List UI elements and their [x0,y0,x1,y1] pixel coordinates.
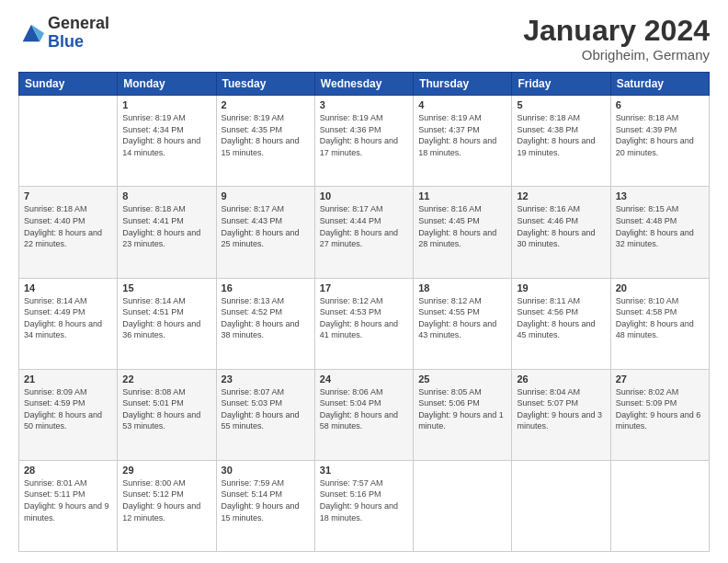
day-info: Sunrise: 8:08 AMSunset: 5:01 PMDaylight:… [122,386,210,432]
day-info: Sunrise: 8:18 AMSunset: 4:38 PMDaylight:… [517,112,605,158]
header-friday: Friday [512,73,610,96]
day-info: Sunrise: 8:13 AMSunset: 4:52 PMDaylight:… [222,295,310,341]
day-number: 11 [418,190,506,201]
day-number: 1 [122,99,210,110]
table-row: 18Sunrise: 8:12 AMSunset: 4:55 PMDayligh… [414,278,512,369]
table-row: 12Sunrise: 8:16 AMSunset: 4:46 PMDayligh… [512,187,610,278]
header-sunday: Sunday [19,73,118,96]
table-row [610,460,709,551]
location: Obrigheim, Germany [523,47,710,63]
day-info: Sunrise: 8:05 AMSunset: 5:06 PMDaylight:… [418,386,506,432]
logo-general-text: General [48,15,109,33]
day-info: Sunrise: 8:14 AMSunset: 4:51 PMDaylight:… [122,295,210,341]
table-row: 11Sunrise: 8:16 AMSunset: 4:45 PMDayligh… [414,187,512,278]
day-number: 20 [616,282,704,293]
day-number: 21 [24,373,112,385]
week-row-5: 28Sunrise: 8:01 AMSunset: 5:11 PMDayligh… [19,460,710,551]
table-row: 2Sunrise: 8:19 AMSunset: 4:35 PMDaylight… [216,96,314,187]
day-info: Sunrise: 8:18 AMSunset: 4:40 PMDaylight:… [24,203,112,249]
day-info: Sunrise: 8:12 AMSunset: 4:55 PMDaylight:… [418,295,506,341]
table-row: 22Sunrise: 8:08 AMSunset: 5:01 PMDayligh… [118,369,216,460]
day-number: 18 [418,282,506,293]
title-block: January 2024 Obrigheim, Germany [523,15,710,63]
table-row: 27Sunrise: 8:02 AMSunset: 5:09 PMDayligh… [610,369,709,460]
table-row: 29Sunrise: 8:00 AMSunset: 5:12 PMDayligh… [118,460,216,551]
day-number: 24 [320,373,408,385]
day-number: 23 [222,373,310,385]
day-number: 27 [616,373,704,385]
table-row [19,96,118,187]
table-row: 25Sunrise: 8:05 AMSunset: 5:06 PMDayligh… [414,369,512,460]
day-info: Sunrise: 8:04 AMSunset: 5:07 PMDaylight:… [517,386,605,432]
day-number: 14 [24,282,112,293]
table-row: 5Sunrise: 8:18 AMSunset: 4:38 PMDaylight… [512,96,610,187]
day-number: 22 [122,373,210,385]
day-info: Sunrise: 8:19 AMSunset: 4:37 PMDaylight:… [418,112,506,158]
logo: General Blue [18,15,109,52]
day-number: 17 [320,282,408,293]
table-row: 16Sunrise: 8:13 AMSunset: 4:52 PMDayligh… [216,278,314,369]
header-wednesday: Wednesday [314,73,413,96]
table-row: 14Sunrise: 8:14 AMSunset: 4:49 PMDayligh… [19,278,118,369]
table-row: 13Sunrise: 8:15 AMSunset: 4:48 PMDayligh… [610,187,709,278]
day-number: 28 [24,465,112,476]
day-info: Sunrise: 8:09 AMSunset: 4:59 PMDaylight:… [24,386,112,432]
calendar-page: General Blue January 2024 Obrigheim, Ger… [0,0,728,563]
header: General Blue January 2024 Obrigheim, Ger… [18,15,710,63]
day-info: Sunrise: 8:02 AMSunset: 5:09 PMDaylight:… [616,386,704,432]
day-info: Sunrise: 8:19 AMSunset: 4:35 PMDaylight:… [222,112,310,158]
table-row: 3Sunrise: 8:19 AMSunset: 4:36 PMDaylight… [314,96,413,187]
header-tuesday: Tuesday [216,73,314,96]
header-monday: Monday [118,73,216,96]
day-info: Sunrise: 8:10 AMSunset: 4:58 PMDaylight:… [616,295,704,341]
day-number: 19 [517,282,605,293]
day-number: 29 [122,465,210,476]
table-row: 30Sunrise: 7:59 AMSunset: 5:14 PMDayligh… [216,460,314,551]
table-row [414,460,512,551]
day-number: 12 [517,190,605,201]
table-row: 28Sunrise: 8:01 AMSunset: 5:11 PMDayligh… [19,460,118,551]
day-info: Sunrise: 8:00 AMSunset: 5:12 PMDaylight:… [122,477,210,523]
day-number: 10 [320,190,408,201]
logo-text: General Blue [48,15,109,52]
month-title: January 2024 [523,15,710,47]
day-info: Sunrise: 8:16 AMSunset: 4:46 PMDaylight:… [517,203,605,249]
day-info: Sunrise: 8:18 AMSunset: 4:41 PMDaylight:… [122,203,210,249]
day-number: 26 [517,373,605,385]
day-info: Sunrise: 8:11 AMSunset: 4:56 PMDaylight:… [517,295,605,341]
logo-icon [18,20,44,46]
week-row-3: 14Sunrise: 8:14 AMSunset: 4:49 PMDayligh… [19,278,710,369]
day-info: Sunrise: 8:17 AMSunset: 4:44 PMDaylight:… [320,203,408,249]
table-row: 20Sunrise: 8:10 AMSunset: 4:58 PMDayligh… [610,278,709,369]
header-saturday: Saturday [610,73,709,96]
table-row: 15Sunrise: 8:14 AMSunset: 4:51 PMDayligh… [118,278,216,369]
table-row: 1Sunrise: 8:19 AMSunset: 4:34 PMDaylight… [118,96,216,187]
day-info: Sunrise: 8:06 AMSunset: 5:04 PMDaylight:… [320,386,408,432]
day-info: Sunrise: 8:16 AMSunset: 4:45 PMDaylight:… [418,203,506,249]
day-info: Sunrise: 8:01 AMSunset: 5:11 PMDaylight:… [24,477,112,523]
day-number: 13 [616,190,704,201]
day-number: 5 [517,99,605,110]
day-info: Sunrise: 8:19 AMSunset: 4:36 PMDaylight:… [320,112,408,158]
table-row: 4Sunrise: 8:19 AMSunset: 4:37 PMDaylight… [414,96,512,187]
table-row [512,460,610,551]
table-row: 31Sunrise: 7:57 AMSunset: 5:16 PMDayligh… [314,460,413,551]
day-number: 16 [222,282,310,293]
day-number: 15 [122,282,210,293]
day-info: Sunrise: 8:17 AMSunset: 4:43 PMDaylight:… [222,203,310,249]
day-number: 30 [222,465,310,476]
weekday-header-row: Sunday Monday Tuesday Wednesday Thursday… [19,73,710,96]
week-row-2: 7Sunrise: 8:18 AMSunset: 4:40 PMDaylight… [19,187,710,278]
calendar-table: Sunday Monday Tuesday Wednesday Thursday… [18,72,710,552]
day-info: Sunrise: 8:07 AMSunset: 5:03 PMDaylight:… [222,386,310,432]
day-number: 9 [222,190,310,201]
table-row: 26Sunrise: 8:04 AMSunset: 5:07 PMDayligh… [512,369,610,460]
day-number: 3 [320,99,408,110]
table-row: 8Sunrise: 8:18 AMSunset: 4:41 PMDaylight… [118,187,216,278]
day-info: Sunrise: 8:18 AMSunset: 4:39 PMDaylight:… [616,112,704,158]
day-info: Sunrise: 8:15 AMSunset: 4:48 PMDaylight:… [616,203,704,249]
table-row: 21Sunrise: 8:09 AMSunset: 4:59 PMDayligh… [19,369,118,460]
day-info: Sunrise: 8:19 AMSunset: 4:34 PMDaylight:… [122,112,210,158]
day-info: Sunrise: 7:59 AMSunset: 5:14 PMDaylight:… [222,477,310,523]
day-number: 7 [24,190,112,201]
